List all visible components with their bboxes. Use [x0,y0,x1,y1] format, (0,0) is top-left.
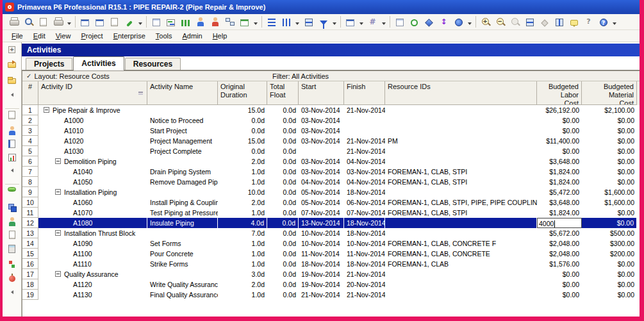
table-row[interactable]: 6Demolition Piping2.0d0.0d03-Nov-201404-… [22,156,640,167]
print-preview-icon[interactable] [21,15,36,29]
table-row[interactable]: 7A1040Drain Piping System1.0d0.0d03-Nov-… [22,167,640,177]
documents-icon[interactable] [4,231,20,244]
column-header-mat[interactable]: Budgeted Material Cost [582,81,637,105]
table-row[interactable]: 15A1100Pour Concrete1.0d0.0d11-Nov-20141… [22,249,640,259]
table-row[interactable]: 4A1020Project Management15.0d0.0d03-Nov-… [22,136,640,146]
cell-start[interactable]: 03-Nov-2014 [299,126,344,136]
cell-finish[interactable]: 20-Nov-2014 [344,279,385,290]
cell-dur[interactable]: 10.0d [218,187,267,197]
cell-name[interactable]: Final Quality Assurance [147,290,218,300]
cell-mat[interactable]: $0.00 [582,208,637,218]
close-project-icon[interactable] [4,78,20,92]
cell-float[interactable]: 0.0d [267,197,299,208]
cell-num[interactable]: 8 [22,177,38,187]
cell-mat[interactable]: $0.00 [582,290,637,300]
cell-finish[interactable] [344,126,385,136]
cell-float[interactable]: 0.0d [267,238,299,249]
reports-icon[interactable] [4,154,20,167]
cell-id[interactable]: A1090 [38,238,147,249]
cell-num[interactable]: 19 [22,290,38,300]
split-horizontal-icon[interactable] [522,15,537,29]
cell-float[interactable]: 0.0d [267,126,299,136]
cell-res[interactable]: FOREMAN-1, CLAB, CONCRETE [385,249,537,259]
wbs-page-icon[interactable] [4,111,20,124]
group-and-sort-icon[interactable] [264,15,279,29]
cell-id[interactable]: A1120 [38,279,147,290]
table-row[interactable]: 13Installation Thrust Block7.0d0.0d10-No… [22,228,640,238]
zoom-100-icon[interactable] [508,15,522,29]
cell-num[interactable]: 3 [22,126,38,136]
cell-num[interactable]: 12 [22,218,38,228]
cell-num[interactable]: 2 [22,115,38,126]
cell-dur[interactable]: 4.0d [218,218,267,228]
cell-start[interactable]: 03-Nov-2014 [299,156,344,167]
page-setup-icon[interactable] [36,15,51,29]
cell-mat[interactable]: $1,600.00 [582,187,637,197]
cell-num[interactable]: 1 [22,105,38,115]
gantt-chart-icon[interactable] [163,15,178,29]
cell-id[interactable]: A1110 [38,259,147,269]
cell-name[interactable]: Pour Concrete [147,249,218,259]
layout-options-dropdown-caret[interactable] [358,15,365,29]
cell-dur[interactable]: 1.0d [218,208,267,218]
cut-row-icon[interactable] [122,15,136,29]
comment-icon[interactable] [566,15,581,29]
expenses-icon[interactable] [4,245,20,258]
cell-dur[interactable]: 0.0d [218,115,267,126]
table-row[interactable]: 18A1120Write Quality Assurance2.0d0.0d19… [22,279,640,290]
trace-logic-icon[interactable] [222,15,237,29]
cell-id[interactable]: A1080 [38,218,147,228]
cell-mat[interactable]: $0.00 [582,115,637,126]
cell-start[interactable]: 04-Nov-2014 [299,177,344,187]
cell-finish[interactable]: 03-Nov-2014 [344,167,385,177]
cell-name[interactable]: Install Piping & Coupling: [147,197,218,208]
column-header-id[interactable]: Activity ID [38,81,147,105]
cell-id[interactable]: A1050 [38,177,147,187]
cell-id[interactable]: A1060 [38,197,147,208]
issues-icon[interactable] [4,276,20,289]
menu-item-enterprise[interactable]: Enterprise [108,31,151,41]
cell-float[interactable]: 0.0d [267,259,299,269]
cell-mat[interactable]: $0.00 [582,177,637,187]
cell-num[interactable]: 5 [22,146,38,156]
cell-labor[interactable]: $1,824.00 [537,177,582,187]
resources-icon[interactable] [4,126,20,139]
cell-id[interactable]: Pipe Repair & Improve [38,105,147,115]
cell-labor[interactable]: $11,400.00 [537,136,582,146]
global-change-icon[interactable] [451,15,466,29]
help-icon[interactable] [581,15,596,29]
open-layout-icon[interactable] [78,15,92,29]
cell-labor[interactable]: $0.00 [537,269,582,279]
cell-num[interactable]: 17 [22,269,38,279]
inline-edit-input[interactable]: 4000 [537,218,582,228]
cell-mat[interactable]: $1,600.00 [582,197,637,208]
cell-mat[interactable]: $0.00 [582,218,637,228]
cell-mat[interactable]: $0.00 [582,156,637,167]
cell-start[interactable]: 21-Nov-2014 [299,290,344,300]
table-row[interactable]: 11A1070Test Piping at Pressure1.0d0.0d07… [22,208,640,218]
activity-usage-profile-icon[interactable] [208,15,222,29]
cell-labor[interactable]: $0.00 [537,279,582,290]
cell-dur[interactable]: 3.0d [218,269,267,279]
cell-start[interactable]: 11-Nov-2014 [299,249,344,259]
cell-num[interactable]: 6 [22,156,38,167]
cell-start[interactable]: 10-Nov-2014 [299,238,344,249]
cell-dur[interactable]: 1.0d [218,249,267,259]
cell-name[interactable] [147,187,218,197]
table-row[interactable]: 3A1010Start Project0.0d0.0d03-Nov-2014$0… [22,126,640,136]
cell-start[interactable]: 19-Nov-2014 [299,269,344,279]
menu-item-project[interactable]: Project [76,31,108,41]
table-row[interactable]: 5A1030Project Complete0.0d0.0d21-Nov-201… [22,146,640,156]
table-row[interactable]: 9Installation Piping10.0d0.0d05-Nov-2014… [22,187,640,197]
cell-name[interactable] [147,228,218,238]
cell-dur[interactable]: 7.0d [218,228,267,238]
cell-dur[interactable]: 0.0d [218,146,267,156]
cell-name[interactable]: Set Forms [147,238,218,249]
cell-res[interactable]: FOREMAN-1, CLAB, STPI [385,177,537,187]
column-header-num[interactable]: # [22,81,38,105]
cell-finish[interactable]: 10-Nov-2014 [344,238,385,249]
collapse-toggle[interactable] [55,189,61,195]
column-header-name[interactable]: Activity Name [147,81,218,105]
cell-name[interactable]: Start Project [147,126,218,136]
menu-item-view[interactable]: View [51,31,76,41]
